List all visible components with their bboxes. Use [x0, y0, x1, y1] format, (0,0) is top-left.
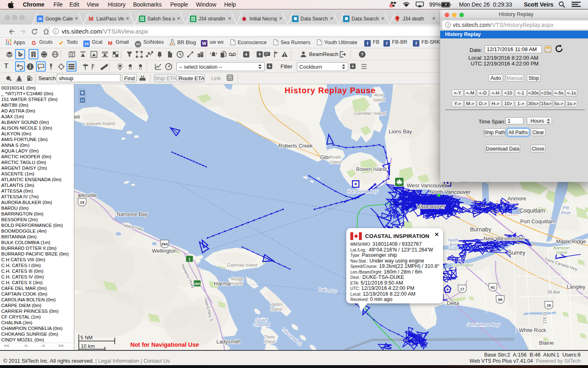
svg-text:Surrey: Surrey: [508, 249, 526, 256]
svg-text:Lasqueti Island: Lasqueti Island: [83, 121, 115, 126]
svg-text:Island: Island: [232, 281, 243, 286]
svg-text:North Vancouver: North Vancouver: [430, 189, 471, 195]
svg-text:White Rock: White Rock: [519, 327, 546, 333]
svg-text:Barnston: Barnston: [553, 246, 570, 250]
svg-text:Bowen Island: Bowen Island: [356, 166, 387, 172]
svg-text:Anmore: Anmore: [508, 195, 526, 202]
svg-text:91: 91: [491, 285, 495, 289]
svg-text:Wellington: Wellington: [152, 248, 176, 254]
svg-text:River: River: [448, 247, 458, 251]
svg-text:Delta: Delta: [447, 300, 459, 306]
svg-text:19A: 19A: [194, 282, 201, 286]
svg-text:Gambier Island: Gambier Island: [354, 111, 386, 116]
svg-text:19: 19: [80, 200, 85, 204]
svg-text:Blaine: Blaine: [539, 340, 554, 346]
svg-text:5 NM: 5 NM: [80, 335, 93, 341]
svg-text:10 km: 10 km: [81, 343, 95, 349]
svg-text:Maple Ridge: Maple Ridge: [556, 238, 586, 245]
svg-text:1: 1: [188, 257, 190, 261]
svg-text:History Replay Pause: History Replay Pause: [285, 86, 376, 95]
svg-text:Coquitlam: Coquitlam: [519, 207, 545, 214]
svg-text:Arm: Arm: [449, 242, 457, 247]
svg-text:Island: Island: [264, 339, 275, 344]
svg-text:176 St: 176 St: [543, 312, 547, 324]
svg-text:56 Ave: 56 Ave: [548, 290, 560, 294]
svg-text:Ladysmith: Ladysmith: [216, 339, 241, 345]
svg-text:River: River: [561, 210, 571, 215]
svg-text:1: 1: [229, 76, 231, 79]
svg-text:Not for Navigational Use: Not for Navigational Use: [130, 341, 199, 348]
svg-text:Horseshoe Bay: Horseshoe Bay: [347, 189, 379, 194]
svg-text:arksville: arksville: [78, 192, 97, 198]
svg-text:North: North: [448, 238, 459, 242]
svg-text:Port Coquitlam: Port Coquitlam: [520, 218, 555, 224]
svg-text:1: 1: [399, 182, 401, 186]
svg-text:Harmac: Harmac: [214, 280, 233, 287]
svg-text:Vancouver: Vancouver: [416, 203, 445, 210]
svg-text:Keats: Keats: [330, 155, 342, 159]
svg-text:Semiahmoo Bay: Semiahmoo Bay: [467, 322, 500, 327]
svg-text:Valdes: Valdes: [270, 302, 283, 307]
svg-text:Thetis: Thetis: [264, 335, 275, 339]
svg-text:eti: eti: [74, 114, 80, 120]
svg-text:?: ?: [361, 52, 363, 57]
svg-text:Stuart: Stuart: [255, 317, 267, 322]
svg-text:Roberts Creek: Roberts Creek: [278, 143, 313, 149]
svg-text:Island: Island: [556, 250, 567, 255]
svg-text:Island: Island: [330, 159, 342, 164]
svg-text:1: 1: [390, 4, 392, 7]
svg-text:Mudge: Mudge: [231, 277, 244, 281]
svg-text:Langley: Langley: [567, 284, 586, 290]
svg-text:19A: 19A: [161, 242, 168, 246]
svg-text:Island: Island: [270, 307, 282, 312]
svg-text:Island: Island: [373, 97, 385, 102]
svg-text:Lions Bay: Lions Bay: [389, 128, 412, 135]
svg-text:Burnaby: Burnaby: [470, 226, 491, 233]
svg-text:Gabriola Island: Gabriola Island: [227, 263, 258, 267]
svg-text:Pitt: Pitt: [563, 205, 569, 210]
svg-text:West Vancouver: West Vancouver: [407, 182, 447, 188]
svg-text:15: 15: [547, 303, 551, 307]
svg-text:Lulu Island: Lulu Island: [452, 263, 473, 267]
svg-text:New Westminster: New Westminster: [483, 236, 525, 242]
svg-text:Channel: Channel: [253, 322, 270, 327]
svg-text:Nanoose Bay: Nanoose Bay: [117, 211, 148, 217]
svg-text:17: 17: [460, 287, 465, 291]
svg-text:99: 99: [498, 297, 503, 302]
